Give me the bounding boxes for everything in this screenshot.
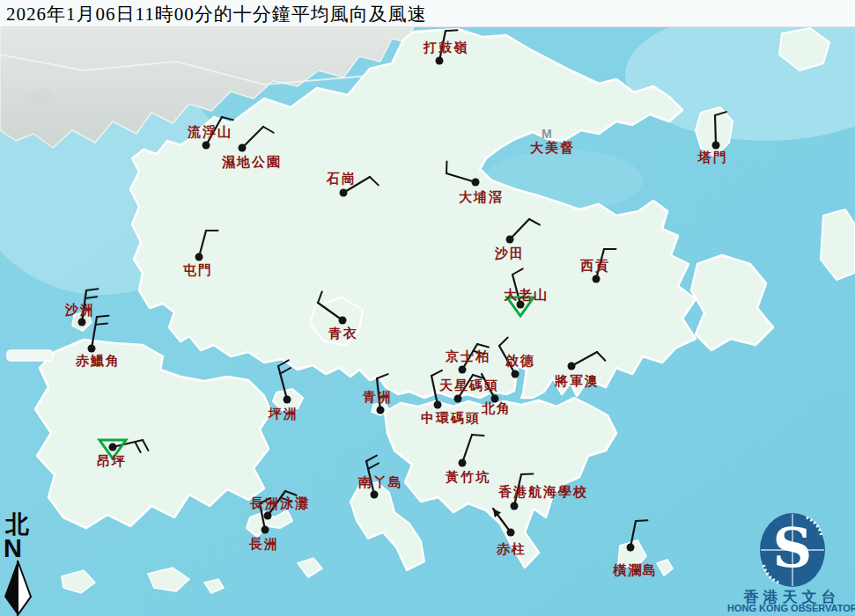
hko-logo: S 香港天文台 HONG KONG OBSERVATORY <box>729 510 855 616</box>
station-label-北角: 北角 <box>482 401 512 416</box>
station-dot <box>627 544 635 552</box>
station-label-啟德: 啟德 <box>505 354 535 369</box>
wind-barb-tick <box>86 289 98 290</box>
wind-barb-stem <box>510 219 529 239</box>
wind-barb-stem <box>715 115 716 145</box>
wind-barb-stem <box>431 376 438 405</box>
station-橫瀾島 <box>627 520 648 551</box>
station-赤鱲角 <box>88 316 109 353</box>
station-dot <box>339 317 347 325</box>
station-dot <box>203 142 210 150</box>
station-屯門 <box>195 231 218 261</box>
station-dot <box>593 275 601 283</box>
wind-barb-tick <box>472 435 483 436</box>
station-label-橫瀾島: 橫瀾島 <box>613 563 658 578</box>
wind-barb-tick <box>96 324 107 325</box>
station-dot <box>78 319 86 326</box>
station-label-沙洲: 沙洲 <box>65 303 95 318</box>
station-dot <box>264 512 272 520</box>
compass-needle-icon <box>2 560 35 616</box>
compass-north-zh: 北 <box>5 513 37 537</box>
station-dot <box>434 401 442 409</box>
wind-barb-tick <box>377 374 388 378</box>
station-label-長洲: 長洲 <box>249 537 279 552</box>
station-label-大美督: 大美督 <box>530 141 575 156</box>
wind-barb-tick <box>280 368 291 374</box>
station-dot <box>340 189 348 197</box>
wind-barb-tick <box>521 473 533 474</box>
station-label-沙田: 沙田 <box>495 246 525 261</box>
station-dot <box>195 253 203 261</box>
station-dot <box>436 57 444 65</box>
wind-barb-stem <box>630 521 636 547</box>
station-label-濕地公園: 濕地公園 <box>222 155 282 170</box>
wind-barb-tick <box>431 370 442 376</box>
wind-barb-stem <box>242 127 263 148</box>
station-濕地公園 <box>239 127 274 152</box>
station-大埔滘 <box>446 162 480 187</box>
station-沙田 <box>506 219 540 244</box>
wind-barb-tick <box>368 463 379 468</box>
wind-map-stage: 打鼓嶺流浮山濕地公園石崗大美督塔門大埔滘沙田屯門西貢沙洲大老山赤鱲角青衣京士柏啟… <box>0 0 855 616</box>
wind-barb-tick <box>512 268 523 275</box>
station-label-香港航海學校: 香港航海學校 <box>498 485 588 500</box>
map-title: 2026年1月06日11時00分的十分鐘平均風向及風速 <box>6 2 427 26</box>
station-label-長洲泳灘: 長洲泳灘 <box>250 496 310 511</box>
wind-barb-stem <box>462 435 472 463</box>
title-bar: 2026年1月06日11時00分的十分鐘平均風向及風速 <box>0 0 855 27</box>
station-dot <box>512 370 520 378</box>
station-label-大老山: 大老山 <box>504 288 549 303</box>
wind-barb-tick <box>529 219 540 224</box>
hko-logo-icon: S <box>729 510 855 590</box>
wind-barb-tick <box>597 352 605 361</box>
wind-barb-tick <box>278 360 289 366</box>
wind-barb-tick <box>85 297 97 298</box>
station-label-流浮山: 流浮山 <box>188 125 232 140</box>
wind-barb-tick <box>222 117 233 120</box>
wind-barb-stem <box>92 317 97 348</box>
station-dot <box>472 179 480 187</box>
station-dot <box>377 407 385 414</box>
wind-barb-tick <box>446 30 457 31</box>
wind-barb-stem <box>318 303 343 320</box>
station-label-天星碼頭: 天星碼頭 <box>439 378 499 393</box>
station-dot <box>459 366 467 374</box>
station-dot <box>506 236 514 244</box>
station-dot <box>459 459 467 467</box>
wind-barb-tick <box>285 491 297 495</box>
station-dot <box>568 363 576 370</box>
station-dot <box>454 395 462 403</box>
compass-north-en: N <box>4 537 37 560</box>
station-青衣 <box>318 291 347 324</box>
wind-barb-tick <box>263 127 274 133</box>
station-塔門 <box>712 112 726 149</box>
wind-barb-stem <box>199 231 206 257</box>
station-label-西貢: 西貢 <box>580 259 610 274</box>
station-dot <box>109 444 117 451</box>
station-dot <box>262 526 269 534</box>
station-dot <box>371 491 379 499</box>
station-dot <box>239 144 247 152</box>
station-坪洲 <box>278 360 291 403</box>
station-label-京士柏: 京士柏 <box>446 349 490 364</box>
wind-barb-tick <box>143 440 148 451</box>
station-label-黃竹坑: 黃竹坑 <box>446 470 490 485</box>
wind-barb-tick <box>370 177 379 185</box>
wind-barb-tick <box>366 456 377 461</box>
wind-overlay-svg <box>0 0 855 616</box>
station-dot <box>88 345 96 353</box>
wind-barb-stem <box>571 352 597 366</box>
station-label-石崗: 石崗 <box>327 172 357 187</box>
wind-barb-tick <box>499 338 508 346</box>
station-dot <box>507 529 515 537</box>
station-label-屯門: 屯門 <box>183 263 213 278</box>
station-黃竹坑 <box>459 435 484 467</box>
map-marker-m: M <box>542 127 552 141</box>
station-label-青洲: 青洲 <box>363 390 393 405</box>
station-label-坪洲: 坪洲 <box>269 407 299 422</box>
wind-barb-tick <box>97 316 108 317</box>
hko-name-en: HONG KONG OBSERVATORY <box>727 603 855 613</box>
wind-arrow-head <box>493 509 501 517</box>
wind-barb-stem <box>446 173 475 182</box>
station-dot <box>712 142 720 150</box>
